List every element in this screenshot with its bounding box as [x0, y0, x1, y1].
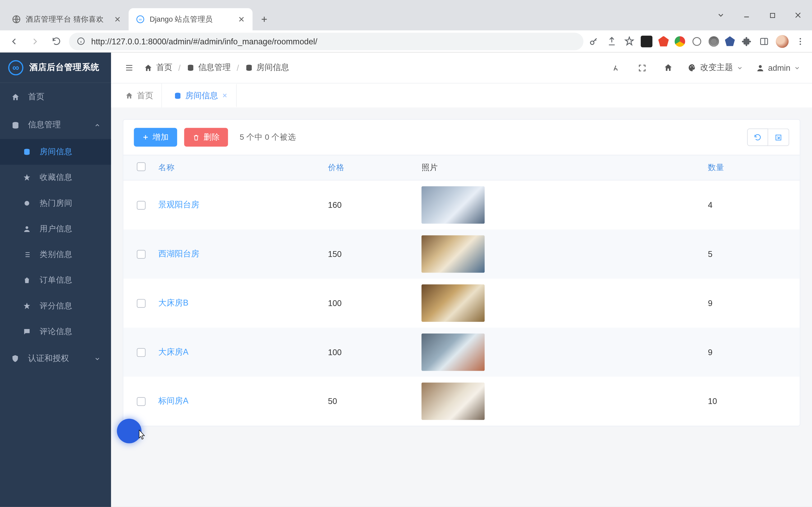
ext-icon[interactable]	[709, 36, 719, 47]
room-name-link[interactable]: 大床房A	[158, 347, 189, 356]
row-checkbox[interactable]	[136, 250, 145, 259]
close-icon[interactable]	[113, 15, 121, 23]
ext-icon[interactable]	[641, 36, 652, 47]
font-size-icon[interactable]	[610, 61, 623, 74]
theme-label: 改变主题	[700, 63, 733, 73]
room-name-link[interactable]: 大床房B	[158, 298, 189, 307]
sidebar-item-label: 订单信息	[40, 275, 72, 286]
svg-point-18	[692, 65, 693, 66]
tab-strip: 酒店管理平台 猜你喜欢 ∞ Django 站点管理员	[0, 0, 812, 31]
add-button[interactable]: 增加	[134, 128, 177, 147]
database-icon	[174, 91, 182, 100]
room-name-link[interactable]: 景观阳台房	[158, 200, 199, 209]
tab-room-info[interactable]: 房间信息	[162, 83, 237, 108]
breadcrumb-room-info: 房间信息	[245, 63, 289, 73]
breadcrumb-info-mgmt[interactable]: 信息管理	[186, 63, 231, 73]
close-icon[interactable]	[221, 92, 228, 99]
sidebar-item-hot-room[interactable]: 热门房间	[0, 190, 111, 216]
breadcrumb-label: 信息管理	[198, 63, 231, 73]
window-close-icon[interactable]	[789, 6, 808, 24]
button-label: 删除	[204, 132, 220, 143]
back-button[interactable]	[6, 33, 22, 49]
sidebar-item-info-mgmt[interactable]: 信息管理	[0, 111, 111, 139]
tab-search-icon[interactable]	[712, 6, 730, 24]
browser-tab-active[interactable]: ∞ Django 站点管理员	[129, 8, 253, 31]
breadcrumb-label: 房间信息	[256, 63, 289, 73]
home-icon[interactable]	[662, 61, 674, 74]
sidebar-item-category-info[interactable]: 类别信息	[0, 242, 111, 268]
fullscreen-icon[interactable]	[636, 61, 649, 74]
sidebar-item-favorite-info[interactable]: 收藏信息	[0, 165, 111, 190]
row-checkbox[interactable]	[136, 201, 145, 209]
profile-avatar[interactable]	[776, 35, 789, 48]
chevron-down-icon	[794, 64, 800, 71]
chevron-up-icon	[94, 122, 100, 128]
column-header-name[interactable]: 名称	[158, 162, 328, 173]
data-card: 增加 删除 5 个中 0 个被选	[123, 119, 800, 426]
close-icon[interactable]	[237, 15, 246, 23]
site-info-icon[interactable]	[76, 37, 85, 46]
breadcrumb-sep: /	[179, 63, 181, 72]
home-icon	[144, 63, 153, 72]
browser-tab[interactable]: 酒店管理平台 猜你喜欢	[5, 8, 129, 31]
minimize-icon[interactable]	[737, 6, 756, 24]
delete-button[interactable]: 删除	[184, 128, 228, 147]
column-header-qty[interactable]: 数量	[708, 162, 790, 173]
sidebar-item-auth[interactable]: 认证和授权	[0, 345, 111, 373]
table-row: 大床房B1009	[123, 279, 800, 328]
share-icon[interactable]	[606, 36, 617, 47]
row-checkbox[interactable]	[136, 397, 145, 406]
extensions-icon[interactable]	[741, 36, 752, 47]
room-qty: 9	[708, 298, 790, 307]
reload-button[interactable]	[48, 33, 64, 49]
url-input[interactable]: http://127.0.0.1:8000/admin/#/admin/info…	[69, 33, 583, 50]
sidebar-item-user-info[interactable]: 用户信息	[0, 216, 111, 242]
room-name-link[interactable]: 标间房A	[158, 396, 189, 405]
sidebar-item-order-info[interactable]: 订单信息	[0, 268, 111, 293]
sidebar-item-home[interactable]: 首页	[0, 83, 111, 111]
sidebar-item-comment-info[interactable]: 评论信息	[0, 319, 111, 345]
user-menu[interactable]: admin	[756, 63, 800, 72]
bookmark-icon[interactable]	[623, 36, 635, 47]
new-tab-button[interactable]	[256, 11, 272, 27]
sidebar-item-label: 用户信息	[40, 224, 72, 234]
database-icon	[22, 148, 32, 156]
refresh-button[interactable]	[747, 129, 768, 146]
room-thumbnail	[421, 383, 485, 420]
breadcrumb: 首页 / 信息管理 / 房间信息	[144, 63, 289, 73]
row-checkbox[interactable]	[136, 348, 145, 356]
sidebar-item-room-info[interactable]: 房间信息	[0, 139, 111, 165]
room-thumbnail	[421, 235, 485, 273]
room-price: 160	[328, 201, 421, 210]
ext-icon[interactable]	[725, 36, 735, 46]
ext-icon[interactable]	[674, 36, 685, 47]
shield-icon	[11, 355, 20, 363]
room-price: 50	[328, 397, 421, 406]
chrome-menu-icon[interactable]	[795, 36, 806, 47]
menu-toggle-icon[interactable]	[123, 61, 136, 74]
user-icon	[756, 63, 764, 72]
theme-switcher[interactable]: 改变主题	[688, 63, 743, 73]
sidebar-item-label: 评分信息	[40, 301, 72, 311]
svg-point-13	[24, 201, 29, 206]
key-icon[interactable]	[588, 36, 600, 47]
select-all-checkbox[interactable]	[136, 162, 145, 171]
ext-icon[interactable]	[691, 36, 703, 47]
chevron-down-icon	[94, 355, 100, 362]
sidebar-item-rating-info[interactable]: 评分信息	[0, 293, 111, 319]
room-name-link[interactable]: 西湖阳台房	[158, 249, 199, 258]
column-header-price[interactable]: 价格	[328, 162, 421, 173]
expand-button[interactable]	[768, 129, 789, 146]
sidepanel-icon[interactable]	[758, 36, 770, 47]
brand-logo-icon: ∞	[8, 60, 23, 75]
breadcrumb-home[interactable]: 首页	[144, 63, 172, 73]
maximize-icon[interactable]	[763, 6, 781, 24]
room-qty: 4	[708, 201, 790, 210]
forward-button[interactable]	[27, 33, 43, 49]
svg-point-8	[800, 38, 801, 39]
topbar: 首页 / 信息管理 / 房间信息	[111, 53, 812, 83]
tab-home[interactable]: 首页	[117, 83, 162, 108]
ext-icon[interactable]	[658, 36, 669, 47]
row-checkbox[interactable]	[136, 299, 145, 307]
database-icon	[11, 121, 20, 129]
